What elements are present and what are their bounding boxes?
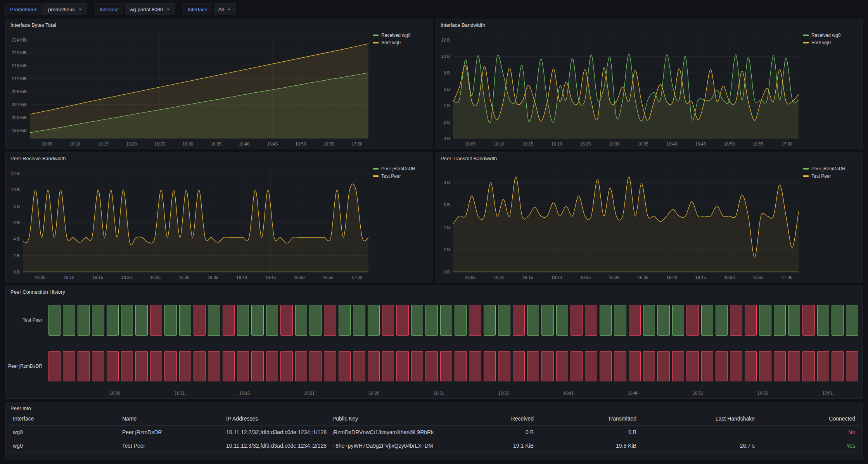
timeline-bar-disconnected[interactable] [368,351,380,382]
timeline-bar-disconnected[interactable] [484,351,496,382]
timeline-bar-disconnected[interactable] [701,351,713,382]
timeline-bar-connected[interactable] [237,305,249,336]
timeline-bar-disconnected[interactable] [817,351,829,382]
column-header-ip-addresses[interactable]: IP Addresses [221,412,328,426]
timeline-bar-disconnected[interactable] [686,351,699,382]
timeline-bar-disconnected[interactable] [527,351,539,382]
timeline-bar-connected[interactable] [135,305,147,336]
panel-title[interactable]: Interface Bandwidth [436,19,862,29]
timeline-bar-disconnected[interactable] [629,305,641,336]
timeline-bar-disconnected[interactable] [556,351,568,382]
timeline-bar-connected[interactable] [48,305,61,336]
timeline-bar-disconnected[interactable] [353,351,365,382]
timeline-bar-connected[interactable] [657,305,669,336]
timeline-bar-disconnected[interactable] [759,351,771,382]
legend-item-received-wg0[interactable]: Received wg0 [373,33,428,38]
timeline-bar-disconnected[interactable] [455,351,467,382]
timeline-bar-connected[interactable] [498,305,510,336]
timeline-bar-disconnected[interactable] [121,351,133,382]
timeline-bar-connected[interactable] [63,305,75,336]
legend-item-peer-jrzmdsdr[interactable]: Peer jRzmDsDR [373,166,428,171]
timeline-bar-disconnected[interactable] [585,305,597,336]
timeline-bar-connected[interactable] [701,305,713,336]
timeline-bar-disconnected[interactable] [237,351,249,382]
timeline-bar-disconnected[interactable] [194,305,206,336]
timeline-bar-disconnected[interactable] [832,351,844,382]
timeline-bar-connected[interactable] [672,305,684,336]
timeline-bar-connected[interactable] [614,305,626,336]
timeline-bar-connected[interactable] [846,305,858,336]
timeline-bar-connected[interactable] [179,305,191,336]
panel-title[interactable]: Peer Receive Bandwidth [6,152,432,162]
column-header-name[interactable]: Name [118,412,221,426]
timeline-bar-connected[interactable] [484,305,496,336]
panel-title[interactable]: Peer Transmit Bandwidth [436,152,862,162]
timeline-bar-disconnected[interactable] [150,351,162,382]
timeline-bar-connected[interactable] [643,305,655,336]
timeline-bar-connected[interactable] [339,305,351,336]
timeline-bar-disconnected[interactable] [310,351,322,382]
panel-title[interactable]: Peer Info [6,402,862,412]
timeline-bar-disconnected[interactable] [672,351,684,382]
timeline-bar-disconnected[interactable] [846,351,858,382]
timeline-bar-disconnected[interactable] [280,305,292,336]
timeline-bar-disconnected[interactable] [657,351,669,382]
timeline-bar-disconnected[interactable] [614,351,626,382]
legend-item-received-wg0[interactable]: Received wg0 [803,33,858,38]
timeline-bar-disconnected[interactable] [179,351,191,382]
timeline-bar-connected[interactable] [817,305,829,336]
timeline-bar-disconnected[interactable] [745,305,757,336]
panel-title[interactable]: Peer Connection History [6,286,862,296]
timeline-bar-connected[interactable] [600,305,612,336]
timeline-bar-disconnected[interactable] [788,351,800,382]
variable-instance-select[interactable]: wg-portal:8080 [125,3,175,15]
timeline-bar-disconnected[interactable] [164,351,176,382]
legend-item-test-peer[interactable]: Test Peer [373,173,428,179]
timeline-bar-disconnected[interactable] [150,305,162,336]
timeline-bar-disconnected[interactable] [730,305,742,336]
timeline-bar-disconnected[interactable] [802,351,814,382]
timeline-bar-disconnected[interactable] [382,351,394,382]
timeline-bar-disconnected[interactable] [78,351,90,382]
timeline-bar-disconnected[interactable] [324,351,336,382]
timeline-bar-connected[interactable] [788,305,800,336]
timeline-bar-disconnected[interactable] [629,351,641,382]
column-header-public-key[interactable]: Public Key [328,412,436,426]
timeline-bar-disconnected[interactable] [571,305,583,336]
timeline-bar-disconnected[interactable] [730,351,742,382]
timeline-bar-connected[interactable] [774,305,786,336]
legend-item-peer-jrzmdsdr[interactable]: Peer jRzmDsDR [803,166,858,171]
column-header-last-handshake[interactable]: Last Handshake [641,412,759,426]
column-header-transmitted[interactable]: Transmitted [538,412,641,426]
timeline-bar-connected[interactable] [251,305,263,336]
legend-item-sent-wg0[interactable]: Sent wg0 [803,40,858,45]
timeline-bar-disconnected[interactable] [513,351,525,382]
timeline-bar-connected[interactable] [541,305,553,336]
timeline-bar-disconnected[interactable] [600,351,612,382]
timeline-bar-connected[interactable] [455,305,467,336]
column-header-connected[interactable]: Connected [759,412,860,426]
timeline-bar-disconnected[interactable] [716,351,728,382]
timeline-bar-disconnected[interactable] [411,351,423,382]
timeline-bar-disconnected[interactable] [643,351,655,382]
column-header-interface[interactable]: Interface [8,412,118,426]
timeline-bar-disconnected[interactable] [541,351,553,382]
timeline-bar-disconnected[interactable] [396,305,408,336]
timeline-bar-connected[interactable] [266,305,278,336]
timeline-bar-connected[interactable] [78,305,90,336]
timeline-bar-disconnected[interactable] [382,305,394,336]
timeline-bar-disconnected[interactable] [425,351,437,382]
timeline-bar-connected[interactable] [759,305,771,336]
timeline-bar-connected[interactable] [527,305,539,336]
timeline-bar-disconnected[interactable] [223,351,235,382]
timeline-bar-disconnected[interactable] [63,351,75,382]
timeline-bar-connected[interactable] [832,305,844,336]
timeline-bar-disconnected[interactable] [469,305,481,336]
timeline-bar-connected[interactable] [716,305,728,336]
timeline-bar-disconnected[interactable] [585,351,597,382]
legend-item-sent-wg0[interactable]: Sent wg0 [373,40,428,45]
timeline-bar-connected[interactable] [440,305,452,336]
timeline-bar-disconnected[interactable] [469,351,481,382]
timeline-bar-connected[interactable] [310,305,322,336]
timeline-bar-disconnected[interactable] [92,351,104,382]
